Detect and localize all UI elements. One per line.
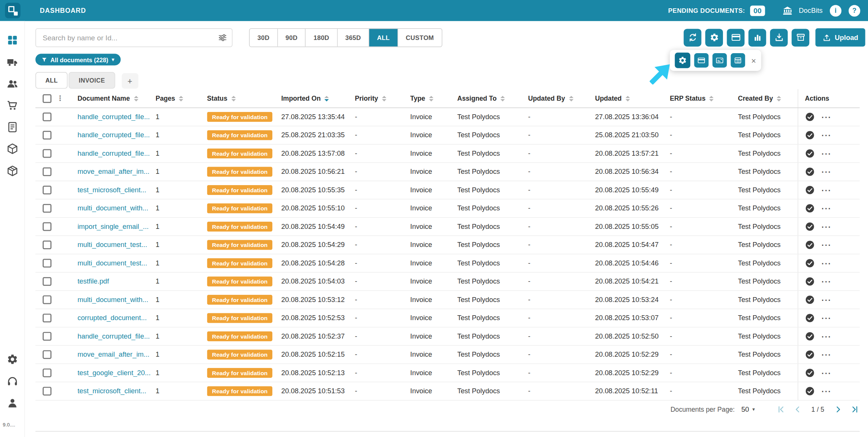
archive-button[interactable] (792, 29, 809, 46)
sidebar-item-settings[interactable] (0, 353, 25, 365)
last-page-button[interactable] (850, 405, 860, 414)
table-row[interactable]: handle_corrupted_file... 1 Ready for val… (35, 108, 860, 126)
document-link[interactable]: handle_corrupted_file... (78, 113, 150, 121)
sync-button[interactable] (684, 29, 701, 46)
sort-icon[interactable] (569, 95, 573, 101)
sidebar-item-orders[interactable] (0, 100, 25, 111)
analytics-button[interactable] (749, 29, 766, 46)
sidebar-item-packages[interactable] (0, 143, 25, 155)
table-row[interactable]: multi_document_with... 1 Ready for valid… (35, 199, 860, 218)
row-checkbox[interactable] (43, 277, 52, 286)
row-menu-button[interactable]: ··· (822, 131, 831, 140)
table-row[interactable]: multi_document_test... 1 Ready for valid… (35, 254, 860, 272)
column-header-pages[interactable]: Pages (156, 95, 207, 103)
row-menu-button[interactable]: ··· (822, 314, 831, 322)
sort-icon[interactable] (777, 95, 781, 101)
validated-icon[interactable] (805, 313, 815, 323)
table-row[interactable]: import_single_email_... 1 Ready for vali… (35, 218, 860, 236)
sidebar-item-dashboard[interactable] (0, 34, 25, 46)
sidebar-item-contacts[interactable] (0, 78, 25, 90)
row-checkbox[interactable] (43, 387, 52, 396)
column-header-updated[interactable]: Updated (595, 95, 670, 103)
validated-icon[interactable] (805, 368, 815, 378)
validated-icon[interactable] (805, 222, 815, 232)
sort-icon[interactable] (501, 95, 505, 101)
row-menu-button[interactable]: ··· (822, 222, 831, 231)
column-header-assigned-to[interactable]: Assigned To (457, 95, 528, 103)
filter-sliders-icon[interactable] (217, 33, 227, 43)
document-link[interactable]: handle_corrupted_file... (78, 131, 150, 139)
row-menu-button[interactable]: ··· (822, 332, 831, 340)
sort-icon[interactable] (625, 95, 630, 101)
row-menu-button[interactable]: ··· (822, 241, 831, 249)
row-menu-button[interactable]: ··· (822, 186, 831, 194)
sort-icon[interactable] (179, 95, 183, 101)
tab-all[interactable]: ALL (35, 72, 68, 89)
column-header-imported-on[interactable]: Imported On (281, 95, 355, 103)
range-button-all[interactable]: ALL (369, 29, 398, 46)
range-button-30d[interactable]: 30D (250, 29, 278, 46)
sidebar-item-shipments[interactable] (0, 57, 25, 68)
row-menu-button[interactable]: ··· (822, 369, 831, 377)
help-button[interactable]: ? (849, 5, 860, 16)
row-menu-button[interactable]: ··· (822, 277, 831, 285)
sort-icon[interactable] (429, 95, 434, 101)
range-button-custom[interactable]: CUSTOM (398, 29, 442, 46)
row-checkbox[interactable] (43, 259, 52, 268)
table-row[interactable]: multi_document_test... 1 Ready for valid… (35, 236, 860, 254)
table-row[interactable]: corrupted_document... 1 Ready for valida… (35, 309, 860, 327)
document-link[interactable]: handle_corrupted_file... (78, 333, 150, 340)
table-row[interactable]: handle_corrupted_file... 1 Ready for val… (35, 126, 860, 144)
column-header-created-by[interactable]: Created By (738, 95, 798, 103)
column-options-icon[interactable]: ⋮ (57, 94, 64, 103)
next-page-button[interactable] (833, 405, 843, 414)
validated-icon[interactable] (805, 276, 815, 286)
sort-icon[interactable] (134, 95, 138, 101)
prev-page-button[interactable] (793, 405, 802, 414)
upload-button[interactable]: Upload (815, 28, 865, 46)
document-link[interactable]: test_microsoft_client... (78, 387, 147, 395)
card-view-button[interactable] (727, 29, 744, 46)
validated-icon[interactable] (805, 149, 815, 158)
settings-button[interactable] (705, 29, 723, 46)
row-checkbox[interactable] (43, 295, 52, 304)
sort-icon[interactable] (325, 95, 329, 101)
document-link[interactable]: testfile.pdf (78, 278, 109, 285)
popup-settings-button[interactable] (675, 53, 690, 68)
document-link[interactable]: corrupted_document... (78, 314, 147, 322)
column-header-priority[interactable]: Priority (355, 95, 410, 103)
table-row[interactable]: handle_corrupted_file... 1 Ready for val… (35, 327, 860, 345)
validated-icon[interactable] (805, 130, 815, 140)
popup-close-button[interactable]: × (751, 56, 756, 64)
row-checkbox[interactable] (43, 241, 52, 250)
table-row[interactable]: testfile.pdf 1 Ready for validation 20.0… (35, 273, 860, 291)
document-link[interactable]: multi_document_test... (78, 259, 147, 267)
row-checkbox[interactable] (43, 149, 52, 158)
document-link[interactable]: test_google_client_20... (78, 369, 151, 377)
add-tab-button[interactable]: + (122, 73, 138, 89)
row-menu-button[interactable]: ··· (822, 204, 831, 212)
row-checkbox[interactable] (43, 368, 52, 377)
range-button-90d[interactable]: 90D (278, 29, 306, 46)
validated-icon[interactable] (805, 185, 815, 195)
row-checkbox[interactable] (43, 350, 52, 359)
document-link[interactable]: handle_corrupted_file... (78, 150, 150, 158)
row-checkbox[interactable] (43, 167, 52, 176)
validated-icon[interactable] (805, 331, 815, 341)
validated-icon[interactable] (805, 258, 815, 268)
document-link[interactable]: move_email_after_im... (78, 168, 150, 176)
sidebar-item-profile[interactable] (0, 397, 25, 409)
row-menu-button[interactable]: ··· (822, 113, 831, 121)
info-button[interactable]: i (830, 5, 842, 16)
popup-card-view-button[interactable] (694, 53, 709, 67)
app-logo[interactable] (5, 3, 20, 18)
first-page-button[interactable] (776, 405, 786, 414)
row-menu-button[interactable]: ··· (822, 387, 831, 395)
document-link[interactable]: test_microsoft_client... (78, 186, 147, 194)
table-row[interactable]: multi_document_with... 1 Ready for valid… (35, 291, 860, 309)
row-menu-button[interactable]: ··· (822, 167, 831, 176)
sidebar-item-products[interactable] (0, 165, 25, 177)
row-checkbox[interactable] (43, 186, 52, 195)
row-menu-button[interactable]: ··· (822, 149, 831, 158)
row-checkbox[interactable] (43, 222, 52, 231)
